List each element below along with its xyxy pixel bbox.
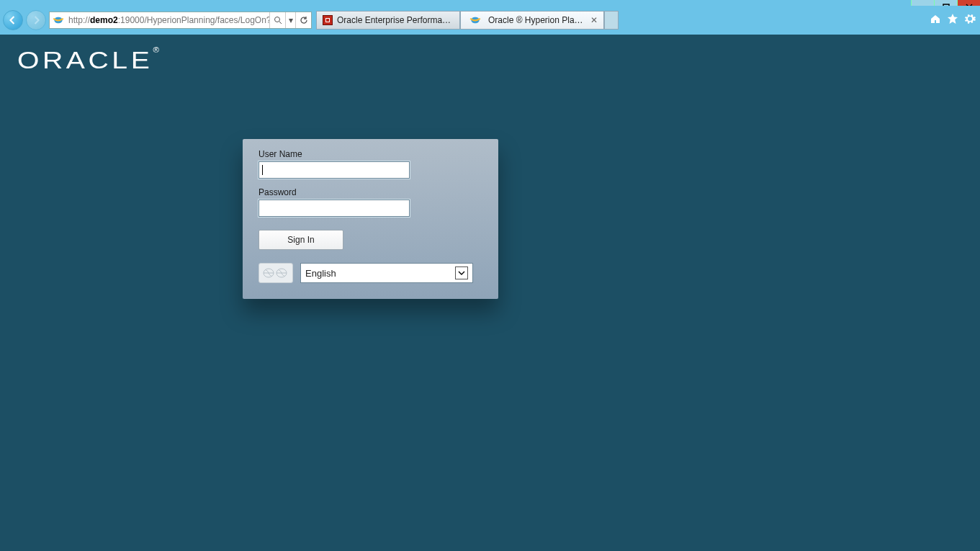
url-host: demo2 xyxy=(90,15,118,25)
browser-tab-inactive[interactable]: Oracle Enterprise Performance ... xyxy=(316,11,460,30)
oracle-logo: ORACLE® xyxy=(17,46,159,74)
forward-button[interactable] xyxy=(26,10,46,30)
ie-navigation-bar: http:// demo2 :19000/HyperionPlanning/fa… xyxy=(0,6,980,35)
tab-label: Oracle ® Hyperion Plannin... xyxy=(488,15,586,25)
search-dropdown-icon[interactable]: ▾ xyxy=(285,12,295,28)
back-button[interactable] xyxy=(3,10,23,30)
oracle-app-icon xyxy=(323,15,333,25)
language-value: English xyxy=(305,268,455,279)
address-input[interactable]: http:// demo2 :19000/HyperionPlanning/fa… xyxy=(67,12,269,28)
svg-point-2 xyxy=(274,17,279,22)
search-icon[interactable] xyxy=(269,12,285,28)
tools-icon[interactable] xyxy=(964,13,976,24)
ie-favicon-icon xyxy=(469,14,482,27)
ie-toolbar-icons xyxy=(930,13,976,24)
page-content: ORACLE® User Name Password Sign In xyxy=(0,35,980,551)
address-bar[interactable]: http:// demo2 :19000/HyperionPlanning/fa… xyxy=(49,12,312,29)
url-path: :19000/HyperionPlanning/faces/LogOn? xyxy=(118,15,269,25)
logo-text: ORACLE xyxy=(17,46,153,73)
window-title-bar xyxy=(0,0,980,6)
login-panel: User Name Password Sign In English xyxy=(243,139,498,299)
tab-close-icon[interactable]: ✕ xyxy=(590,15,598,25)
language-select[interactable]: English xyxy=(300,263,473,283)
browser-tab-active[interactable]: Oracle ® Hyperion Plannin... ✕ xyxy=(460,11,604,30)
username-label: User Name xyxy=(259,149,482,159)
refresh-icon[interactable] xyxy=(295,12,311,28)
language-row: English xyxy=(259,263,482,283)
new-tab-button[interactable] xyxy=(604,11,619,30)
registered-mark: ® xyxy=(153,46,158,54)
browser-tabs: Oracle Enterprise Performance ... Oracle… xyxy=(316,11,619,30)
ie-favicon-icon xyxy=(52,14,65,27)
url-scheme: http:// xyxy=(68,15,90,25)
svg-line-3 xyxy=(279,22,282,24)
password-input[interactable] xyxy=(259,200,410,217)
password-label: Password xyxy=(259,187,482,197)
chevron-down-icon xyxy=(455,266,468,279)
text-caret xyxy=(262,165,263,175)
globe-icon xyxy=(259,263,293,283)
password-group: Password xyxy=(259,187,482,217)
username-group: User Name xyxy=(259,149,482,179)
username-input[interactable] xyxy=(259,161,410,179)
signin-button[interactable]: Sign In xyxy=(259,230,343,250)
tab-label: Oracle Enterprise Performance ... xyxy=(337,15,454,25)
favorites-icon[interactable] xyxy=(947,13,958,24)
home-icon[interactable] xyxy=(930,13,941,24)
